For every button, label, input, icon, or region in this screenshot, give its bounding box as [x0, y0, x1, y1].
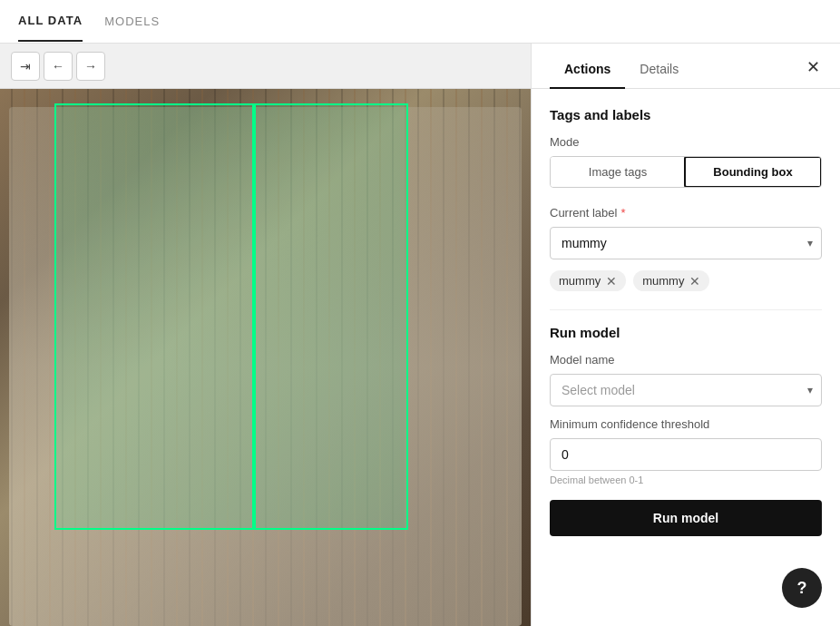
toolbar: ⇥ ← →	[0, 44, 531, 89]
confidence-input[interactable]	[550, 438, 822, 471]
help-button[interactable]: ?	[782, 568, 822, 608]
top-nav: ALL DATA MODELS	[0, 0, 840, 44]
panel-content: Tags and labels Mode Image tags Bounding…	[532, 89, 840, 626]
image-area	[0, 89, 531, 626]
next-button[interactable]: →	[76, 52, 105, 81]
run-model-title: Run model	[550, 325, 822, 340]
tag-chip-1: mummy ✕	[550, 270, 626, 291]
tag-remove-1[interactable]: ✕	[606, 275, 617, 288]
model-select-wrapper: Select model ▾	[550, 374, 822, 406]
model-name-label: Model name	[550, 353, 822, 367]
image-background	[0, 89, 531, 626]
tag-remove-2[interactable]: ✕	[689, 275, 700, 288]
bounding-box-button[interactable]: Bounding box	[684, 156, 822, 188]
tab-actions[interactable]: Actions	[550, 51, 625, 89]
prev-icon: ←	[52, 59, 64, 73]
main-layout: ⇥ ← → ✕ Actions Details	[0, 44, 840, 626]
tag-label-2: mummy	[642, 274, 684, 288]
current-label-field-label: Current label *	[550, 206, 822, 220]
bounding-box-left[interactable]	[54, 103, 254, 530]
run-model-button[interactable]: Run model	[550, 500, 822, 536]
bounding-box-right[interactable]	[254, 103, 408, 530]
confidence-label: Minimum confidence threshold	[550, 417, 822, 431]
tag-label-1: mummy	[559, 274, 601, 288]
left-panel: ⇥ ← →	[0, 44, 531, 626]
close-icon: ✕	[806, 57, 820, 77]
label-select-wrapper: mummy ▾	[550, 227, 822, 259]
right-panel: ✕ Actions Details Tags and labels Mode I…	[531, 44, 840, 626]
tab-details[interactable]: Details	[625, 51, 693, 89]
label-select[interactable]: mummy	[550, 227, 822, 259]
close-button[interactable]: ✕	[800, 54, 825, 80]
tabs: Actions Details	[532, 51, 840, 89]
section-divider	[550, 309, 822, 310]
nav-models[interactable]: MODELS	[104, 2, 160, 41]
model-select[interactable]: Select model	[550, 374, 822, 406]
mode-label: Mode	[550, 135, 822, 149]
run-model-section: Run model Model name Select model ▾ Mini…	[550, 325, 822, 536]
first-frame-button[interactable]: ⇥	[11, 52, 40, 81]
tags-labels-title: Tags and labels	[550, 107, 822, 122]
next-icon: →	[84, 59, 97, 73]
tags-row: mummy ✕ mummy ✕	[550, 270, 822, 291]
prev-button[interactable]: ←	[44, 52, 73, 81]
first-frame-icon: ⇥	[20, 59, 31, 73]
confidence-hint: Decimal between 0-1	[550, 474, 822, 485]
nav-all-data[interactable]: ALL DATA	[18, 1, 83, 42]
mode-toggle: Image tags Bounding box	[550, 156, 822, 188]
help-icon: ?	[797, 579, 807, 598]
image-tags-button[interactable]: Image tags	[551, 157, 685, 187]
required-star: *	[620, 206, 625, 220]
tag-chip-2: mummy ✕	[633, 270, 709, 291]
